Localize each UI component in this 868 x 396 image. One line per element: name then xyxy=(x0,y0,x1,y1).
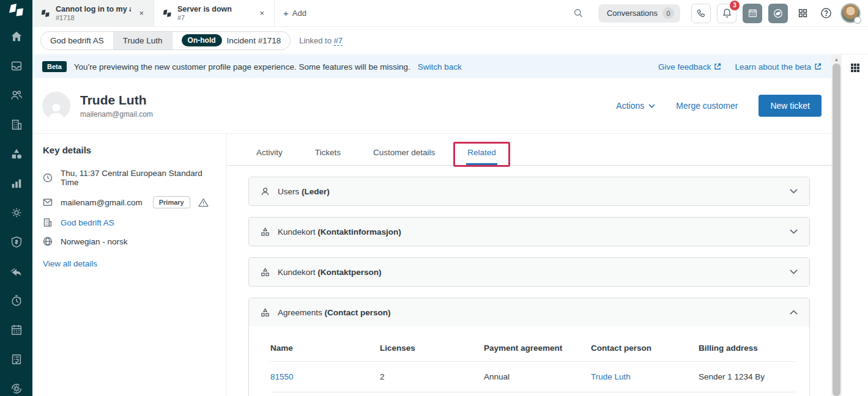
user-avatar[interactable] xyxy=(840,3,861,23)
local-time-row: Thu, 11:37 Central European Standard Tim… xyxy=(43,169,218,187)
table-row-cell-billing: Sender 1 1234 By xyxy=(699,362,796,392)
section-kundekort-kontaktperson: Kundekort (Kontaktperson) xyxy=(248,257,810,287)
apps-rail xyxy=(842,55,868,396)
view-all-details-link[interactable]: View all details xyxy=(43,259,218,268)
ticket-type-icon xyxy=(41,9,50,18)
help-icon[interactable] xyxy=(817,5,834,22)
section-label: Agreements (Contact person) xyxy=(278,308,391,317)
ticket-tab-1718[interactable]: Cannot log in to my acc... #1718 × xyxy=(32,0,154,26)
calendar-icon[interactable] xyxy=(9,323,24,337)
zendesk-logo[interactable] xyxy=(0,0,32,21)
customers-icon[interactable] xyxy=(9,88,24,103)
phone-icon[interactable] xyxy=(691,4,711,23)
close-icon[interactable]: × xyxy=(136,7,146,19)
give-feedback-label: Give feedback xyxy=(658,62,711,72)
table-row-cell-licenses: 2 xyxy=(380,362,484,392)
section-agreements-header[interactable]: Agreements (Contact person) xyxy=(249,298,809,326)
chevron-down-icon xyxy=(790,189,798,194)
relate-app-icon[interactable] xyxy=(768,4,788,23)
objects-icon[interactable] xyxy=(9,147,24,161)
switch-back-link[interactable]: Switch back xyxy=(418,62,462,72)
tab-related[interactable]: Related xyxy=(466,144,497,165)
security-icon[interactable] xyxy=(9,235,24,249)
presence-status-icon xyxy=(854,16,861,24)
hierarchy-icon xyxy=(261,227,270,237)
agreements-table: Name Licenses Payment agreement Contact … xyxy=(249,326,809,396)
top-actions: Conversations 0 3 xyxy=(570,0,868,26)
banner-links: Give feedback Learn about the beta xyxy=(658,62,822,72)
beta-badge: Beta xyxy=(42,61,67,72)
close-icon[interactable]: × xyxy=(257,7,267,19)
section-header[interactable]: Kundekort (Kontaktperson) xyxy=(249,258,809,286)
scrollbar-up-arrow[interactable]: ▲ xyxy=(831,55,842,64)
ticket-type-icon xyxy=(163,9,172,18)
warning-icon[interactable] xyxy=(198,198,209,207)
calendar-app-icon[interactable] xyxy=(743,4,762,23)
learn-about-beta-link[interactable]: Learn about the beta xyxy=(735,62,822,72)
column-header: Payment agreement xyxy=(484,332,591,362)
key-details-panel: Key details Thu, 11:37 Central European … xyxy=(32,134,227,396)
table-row-cell-contact: Trude Luth xyxy=(591,362,699,392)
home-icon[interactable] xyxy=(9,29,24,44)
apps-grid-icon[interactable] xyxy=(794,5,811,22)
conversations-button[interactable]: Conversations 0 xyxy=(598,4,680,23)
ticket-ref: Incident #1718 xyxy=(227,36,281,45)
chevron-down-icon xyxy=(648,104,655,108)
timer-icon[interactable] xyxy=(9,293,24,308)
section-agreements: Agreements (Contact person) Name License… xyxy=(248,298,810,396)
column-header: Name xyxy=(270,332,380,362)
local-time: Thu, 11:37 Central European Standard Tim… xyxy=(61,169,218,187)
section-header[interactable]: Kundekort (Kontaktinformasjon) xyxy=(249,218,809,246)
table-row-cell-name: 81550 xyxy=(270,362,380,392)
vertical-scrollbar[interactable]: ▲ xyxy=(831,55,842,396)
actions-label: Actions xyxy=(616,101,644,111)
breadcrumb-ticket[interactable]: On-hold Incident #1718 xyxy=(172,32,291,50)
customer-header: Trude Luth mailenam@gmail.com Actions Me… xyxy=(32,78,831,134)
key-details-title: Key details xyxy=(43,145,218,155)
customer-avatar xyxy=(42,92,70,120)
forward-icon[interactable] xyxy=(9,264,24,279)
profile-scroll-area: Beta You're previewing the new customer … xyxy=(32,55,831,396)
ticket-tab-7[interactable]: Server is down #7 × xyxy=(154,0,275,26)
settings-icon[interactable] xyxy=(9,205,24,220)
chevron-down-icon xyxy=(790,270,798,274)
contact-person-link[interactable]: Trude Luth xyxy=(591,372,631,381)
give-feedback-link[interactable]: Give feedback xyxy=(658,62,721,72)
section-users-header[interactable]: Users (Leder) xyxy=(249,177,809,205)
organization-link[interactable]: God bedrift AS xyxy=(61,218,114,227)
language-value: Norwegian - norsk xyxy=(61,237,128,246)
inbox-icon[interactable] xyxy=(9,59,24,73)
ticket-tab-strip: Cannot log in to my acc... #1718 × Serve… xyxy=(32,0,315,26)
breadcrumb-organization[interactable]: God bedrift AS xyxy=(41,32,113,50)
ticket-tab-text: Server is down #7 xyxy=(177,5,251,21)
chevron-down-icon xyxy=(790,229,798,234)
agent-workspace: Cannot log in to my acc... #1718 × Serve… xyxy=(0,0,868,396)
language-row: Norwegian - norsk xyxy=(43,237,218,246)
primary-badge: Primary xyxy=(153,196,190,208)
bell-icon[interactable]: 3 xyxy=(717,4,736,23)
tasks-icon[interactable] xyxy=(9,352,24,367)
tab-activity[interactable]: Activity xyxy=(255,144,284,165)
tab-related-label: Related xyxy=(467,148,496,157)
add-tab-button[interactable]: + Add xyxy=(275,0,315,26)
beta-banner: Beta You're previewing the new customer … xyxy=(32,55,831,78)
customer-email: mailenam@gmail.com xyxy=(80,110,153,119)
envelope-icon xyxy=(43,197,53,207)
reporting-icon[interactable] xyxy=(9,176,24,191)
merge-customer-button[interactable]: Merge customer xyxy=(676,101,738,111)
agreement-link[interactable]: 81550 xyxy=(270,372,294,381)
automation-icon[interactable] xyxy=(9,381,24,396)
tab-customer-details[interactable]: Customer details xyxy=(372,144,436,165)
context-breadcrumb-row: God bedrift AS Trude Luth On-hold Incide… xyxy=(32,27,868,54)
search-icon[interactable] xyxy=(570,5,587,22)
scrollbar-thumb[interactable] xyxy=(833,64,840,396)
new-ticket-button[interactable]: New ticket xyxy=(759,95,822,117)
profile-tabbar: Activity Tickets Customer details Relate… xyxy=(227,144,831,166)
breadcrumb-person[interactable]: Trude Luth xyxy=(113,32,172,50)
linked-ticket-link[interactable]: #7 xyxy=(334,36,343,46)
tab-tickets[interactable]: Tickets xyxy=(314,144,342,165)
apps-tray-icon[interactable] xyxy=(848,61,862,75)
clock-icon xyxy=(43,173,53,183)
actions-dropdown[interactable]: Actions xyxy=(616,101,655,111)
organizations-icon[interactable] xyxy=(9,117,24,132)
